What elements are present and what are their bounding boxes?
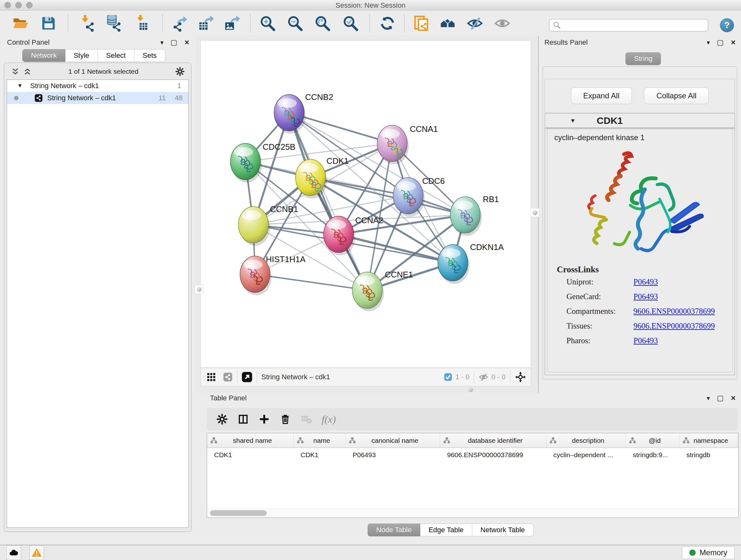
tab-network[interactable]: Network [22, 49, 65, 62]
birds-eye-view-icon[interactable] [242, 372, 252, 382]
memory-button[interactable]: Memory [682, 546, 735, 559]
crosslink-link[interactable]: P06493 [633, 277, 658, 287]
column-header-description[interactable]: description [546, 433, 626, 448]
table-cell[interactable]: stringdb [679, 451, 738, 459]
zoom-fit-icon[interactable] [314, 15, 331, 32]
table-menu-icon[interactable]: ▾ [706, 394, 710, 402]
column-header-@id[interactable]: @id [626, 433, 679, 448]
table-cell[interactable]: stringdb:9... [626, 451, 679, 459]
open-session-icon[interactable] [12, 15, 29, 32]
tab-network-table[interactable]: Network Table [472, 523, 534, 537]
network-node-CDKN1A[interactable] [438, 245, 469, 284]
table-cell[interactable]: cyclin–dependent ... [546, 451, 626, 459]
tab-sets[interactable]: Sets [134, 49, 165, 62]
annotation-copy-icon[interactable] [413, 15, 429, 32]
table-horizontal-scrollbar[interactable] [207, 509, 737, 517]
scrollbar-thumb[interactable] [210, 510, 267, 516]
network-overview-icon[interactable] [223, 372, 232, 382]
search-icon [553, 21, 561, 29]
hide-selected-icon[interactable] [467, 15, 483, 32]
delete-column-icon[interactable] [280, 414, 291, 425]
crosslink-link[interactable]: 9606.ENSP00000378699 [633, 307, 715, 316]
export-image-icon[interactable] [223, 15, 240, 32]
network-canvas[interactable]: CCNB2CCNA1CDC25BCDK1CDC6RB1CCNB1CCNA2CDK… [200, 40, 531, 368]
zoom-in-icon[interactable] [259, 15, 276, 32]
grid-view-icon[interactable] [206, 372, 216, 382]
column-header-canonical-name[interactable]: canonical name [346, 433, 440, 448]
zoom-out-icon[interactable] [286, 15, 303, 32]
help-button[interactable]: ? [720, 18, 734, 32]
zoom-selected-icon[interactable] [342, 15, 359, 32]
column-header-shared-name[interactable]: shared name [207, 433, 293, 448]
network-node-CDC6[interactable] [393, 178, 425, 217]
table-float-icon[interactable]: ▢ [717, 394, 724, 402]
tab-edge-table[interactable]: Edge Table [420, 523, 472, 537]
network-collection-row[interactable]: ▼ String Network – cdk1 1 [7, 80, 188, 92]
node-table[interactable]: shared namenamecanonical namedatabase id… [207, 433, 738, 518]
import-table-file-icon[interactable] [133, 15, 150, 32]
save-session-icon[interactable] [40, 15, 57, 32]
search-input[interactable] [549, 19, 709, 32]
results-float-icon[interactable]: ▢ [717, 38, 724, 47]
collapse-all-button[interactable]: Collapse All [644, 87, 709, 104]
tab-style[interactable]: Style [65, 49, 98, 62]
string-results-container: Expand All Collapse All ▼ CDK1 cyclin–de… [542, 66, 737, 379]
export-table-icon[interactable] [197, 15, 214, 32]
network-edge-CCNE1-HIST1H1A[interactable] [255, 274, 367, 290]
protein-description: cyclin–dependent kinase 1 [547, 129, 732, 142]
title-bar: Session: New Session [0, 0, 741, 10]
left-splitter-handle[interactable] [195, 285, 204, 294]
return-home-icon[interactable] [440, 15, 456, 32]
expand-all-button[interactable]: Expand All [571, 87, 632, 104]
table-close-icon[interactable]: ✕ [731, 394, 736, 402]
network-node-CDK1[interactable] [295, 159, 327, 199]
table-options-gear-icon[interactable] [216, 414, 228, 425]
crosslink-link[interactable]: P06493 [633, 336, 658, 345]
panel-menu-icon[interactable]: ▾ [160, 39, 163, 46]
horizontal-splitter-handle[interactable] [468, 388, 473, 392]
network-node-CCNE1[interactable] [352, 272, 384, 311]
column-header-database-identifier[interactable]: database identifier [440, 433, 546, 448]
table-cell[interactable]: CDK1 [207, 451, 293, 459]
tab-select[interactable]: Select [98, 49, 134, 62]
export-network-icon[interactable] [171, 15, 188, 32]
cloud-status-button[interactable] [6, 545, 21, 560]
network-options-gear-icon[interactable] [175, 67, 185, 76]
panel-float-icon[interactable]: ▢ [171, 38, 177, 47]
add-column-icon[interactable] [259, 414, 270, 425]
collapse-all-networks-icon[interactable] [23, 67, 31, 76]
pan-move-icon[interactable] [515, 371, 526, 383]
results-menu-icon[interactable]: ▾ [706, 39, 710, 46]
crosslink-link[interactable]: P06493 [633, 292, 658, 301]
network-node-CCNA1[interactable] [377, 125, 409, 165]
collection-expand-icon[interactable]: ▼ [17, 83, 23, 89]
warnings-button[interactable] [29, 545, 44, 560]
column-header-namespace[interactable]: namespace [679, 433, 738, 448]
table-cell[interactable]: 9606.ENSP00000378699 [440, 451, 546, 459]
network-row-selected[interactable]: String Network – cdk1 11 48 [7, 92, 188, 104]
table-row[interactable]: CDK1CDK1P064939606.ENSP00000378699cyclin… [207, 448, 738, 462]
table-cell[interactable]: CDK1 [293, 451, 346, 459]
selected-nodes-checkbox-icon[interactable] [444, 373, 452, 381]
tab-string[interactable]: String [625, 52, 661, 65]
network-node-RB1[interactable] [450, 197, 482, 236]
import-network-file-icon[interactable] [78, 15, 95, 32]
protein-collapse-icon[interactable]: ▼ [570, 118, 576, 124]
panel-close-icon[interactable]: ✕ [184, 39, 190, 46]
network-node-CCNB2[interactable] [274, 95, 306, 134]
expand-all-networks-icon[interactable] [11, 67, 19, 76]
show-columns-icon[interactable] [238, 414, 249, 425]
protein-card-header[interactable]: ▼ CDK1 [545, 114, 735, 128]
results-close-icon[interactable]: ✕ [731, 39, 736, 46]
apply-layout-icon[interactable] [379, 15, 396, 32]
column-header-name[interactable]: name [293, 433, 346, 448]
network-node-CCNB1[interactable] [239, 206, 270, 246]
node-label-CCNB1: CCNB1 [270, 204, 298, 214]
tab-node-table[interactable]: Node Table [367, 523, 420, 537]
hidden-eye-slash-icon[interactable] [479, 372, 488, 382]
crosslink-link[interactable]: 9606.ENSP00000378699 [633, 321, 715, 330]
table-cell[interactable]: P06493 [346, 451, 440, 459]
right-splitter-handle[interactable] [530, 208, 539, 217]
show-all-icon[interactable] [494, 15, 511, 32]
import-network-database-icon[interactable] [105, 15, 122, 32]
